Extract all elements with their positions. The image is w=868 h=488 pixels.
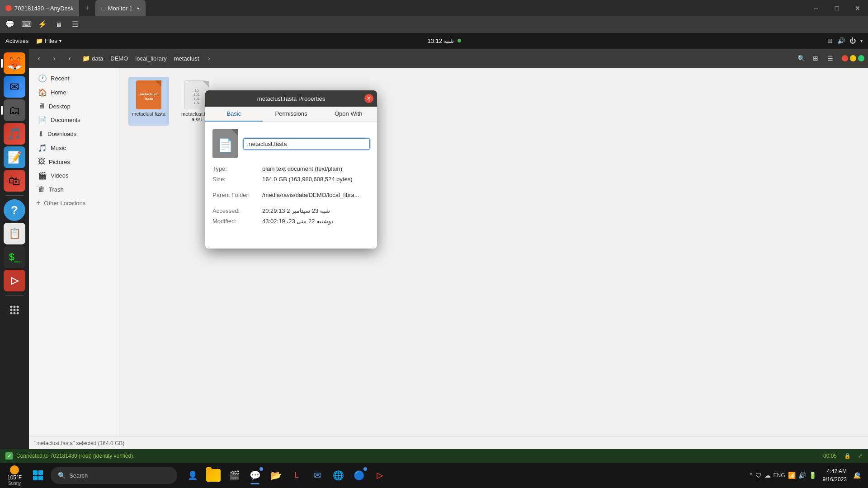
- sidebar-item-pictures[interactable]: 🖼 Pictures: [31, 155, 117, 169]
- fm-header-actions: 🔍 ⊞ ☰: [795, 52, 864, 65]
- sidebar-item-recent[interactable]: 🕐 Recent: [31, 71, 117, 85]
- file-item-fasta[interactable]: metaclust.fasta metaclust.fasta: [128, 77, 169, 126]
- antivirus-icon[interactable]: 🛡: [755, 472, 762, 479]
- dock-icon-music[interactable]: 🎵: [4, 123, 25, 145]
- music-sidebar-icon: 🎵: [38, 144, 47, 152]
- filename-input[interactable]: [243, 138, 370, 150]
- pictures-icon: 🖼: [38, 158, 45, 166]
- props-tab-basic[interactable]: Basic: [205, 107, 263, 122]
- maximize-button[interactable]: □: [826, 0, 847, 16]
- props-file-header: 📄: [212, 129, 370, 158]
- sidebar-item-music[interactable]: 🎵 Music: [31, 141, 117, 155]
- gnome-panel-right: ⊞ 🔊 ⏻ ▾: [827, 37, 863, 44]
- menu-icon[interactable]: ☰: [69, 18, 81, 31]
- lightning-icon[interactable]: ⚡: [36, 18, 49, 31]
- dock-icon-files[interactable]: 🗂: [4, 99, 25, 121]
- sound-indicator-icon[interactable]: 🔊: [837, 37, 845, 44]
- view-options-button[interactable]: ⊞: [809, 52, 822, 65]
- taskbar-listary-button[interactable]: L: [287, 465, 307, 485]
- taskbar-chrome-button[interactable]: 🔵: [349, 465, 369, 485]
- sidebar-item-desktop[interactable]: 🖥 Desktop: [31, 99, 117, 113]
- system-clock[interactable]: 4:42 AM 9/16/2023: [819, 467, 850, 483]
- taskbar-files-button[interactable]: 📂: [266, 465, 286, 485]
- notifications-icon[interactable]: 🔔: [853, 472, 861, 479]
- lang-label[interactable]: ENG: [774, 472, 785, 479]
- dock-icon-anydesk[interactable]: ▷: [4, 270, 25, 291]
- chat-icon[interactable]: 💬: [4, 18, 16, 31]
- add-tab-button[interactable]: +: [81, 2, 94, 14]
- system-menu-chevron[interactable]: ▾: [860, 38, 863, 43]
- dock-icon-writer[interactable]: 📝: [4, 146, 25, 168]
- start-button[interactable]: [27, 465, 49, 486]
- taskbar-search[interactable]: 🔍 Search: [51, 467, 177, 484]
- list-view-button[interactable]: ☰: [824, 52, 836, 65]
- gnome-clock[interactable]: شبه 13:12: [428, 38, 454, 44]
- taskbar-user-icon[interactable]: 👤: [183, 465, 203, 485]
- props-tab-permissions[interactable]: Permissions: [263, 107, 320, 122]
- close-button[interactable]: ✕: [847, 0, 868, 16]
- nav-back-button[interactable]: ‹: [33, 52, 45, 65]
- teams-notification-dot: [259, 467, 263, 471]
- type-value: plain text document (text/plain): [262, 165, 370, 172]
- fm-close-button[interactable]: [842, 55, 848, 61]
- chrome-icon: 🔵: [354, 470, 365, 481]
- sidebar-item-documents[interactable]: 📄 Documents: [31, 113, 117, 127]
- breadcrumb-data[interactable]: 📁 data: [79, 53, 107, 64]
- breadcrumb-demo[interactable]: DEMO: [107, 53, 132, 64]
- taskbar-mail-button[interactable]: ✉: [307, 465, 327, 485]
- breadcrumb-more-button[interactable]: ›: [203, 52, 215, 65]
- taskbar-edge-button[interactable]: 🌐: [328, 465, 348, 485]
- power-indicator-icon[interactable]: ⏻: [849, 37, 856, 44]
- dock-icon-help[interactable]: ?: [4, 199, 25, 221]
- cloud-icon[interactable]: ☁: [764, 472, 771, 479]
- parent-value: /media/ravis/data/DEMO/local_libra...: [262, 192, 370, 198]
- remote-desktop-area: Activities 📁 Files ▾ شبه 13:12 ⊞ 🔊 ⏻ ▾: [0, 33, 868, 449]
- search-button[interactable]: 🔍: [795, 52, 807, 65]
- keyboard-icon[interactable]: ⌨: [20, 18, 33, 31]
- activities-button[interactable]: Activities: [5, 38, 28, 44]
- connection-status-icon: ✓: [5, 452, 13, 460]
- systray-icons: ^ 🛡 ☁ ENG 📶 🔊 🔋: [750, 472, 816, 479]
- taskbar-media-button[interactable]: 🎬: [224, 465, 244, 485]
- check-icon: ✓: [7, 453, 11, 459]
- sound-icon[interactable]: 🔊: [798, 472, 806, 479]
- battery-icon[interactable]: 🔋: [809, 472, 816, 479]
- props-close-button[interactable]: ✕: [364, 94, 373, 103]
- taskbar-anydesk-button[interactable]: ▷: [370, 465, 390, 485]
- dock-icon-appstore[interactable]: 🛍: [4, 170, 25, 192]
- nav-up-button[interactable]: ‹: [63, 52, 76, 65]
- dock-icon-firefox[interactable]: 🦊: [4, 52, 25, 74]
- dock-icon-mail[interactable]: ✉: [4, 76, 25, 98]
- fm-minimize-button[interactable]: [850, 55, 856, 61]
- monitor-tab[interactable]: □ Monitor 1 ▾: [95, 0, 146, 16]
- systray-chevron[interactable]: ^: [750, 472, 753, 479]
- wifi-icon[interactable]: 📶: [788, 472, 796, 479]
- weather-widget[interactable]: 105°F Sunny: [4, 465, 25, 486]
- svg-rect-11: [33, 476, 38, 480]
- edge-icon: 🌐: [333, 470, 344, 481]
- taskbar-teams-button[interactable]: 💬: [245, 465, 265, 485]
- anydesk-main-tab[interactable]: 702181430 – AnyDesk: [0, 0, 79, 16]
- files-menu[interactable]: 📁 Files ▾: [36, 38, 61, 44]
- breadcrumb-metaclust[interactable]: metaclust: [170, 53, 203, 64]
- dock-icon-text-editor[interactable]: 📋: [4, 223, 25, 244]
- dock-icon-terminal[interactable]: $_: [4, 246, 25, 268]
- sidebar-label-music: Music: [51, 145, 66, 151]
- sidebar-item-other-locations[interactable]: + Other Locations: [29, 196, 119, 210]
- network-indicator-icon[interactable]: ⊞: [827, 37, 833, 44]
- fm-maximize-button[interactable]: [858, 55, 864, 61]
- anydesk-toolbar: 💬 ⌨ ⚡ 🖥 ☰: [0, 16, 868, 33]
- props-tab-open-with[interactable]: Open With: [320, 107, 377, 122]
- sidebar-item-home[interactable]: 🏠 Home: [31, 85, 117, 99]
- monitor-view-icon[interactable]: 🖥: [52, 18, 65, 31]
- fm-content: metaclust.fasta metaclust.fasta 10 101: [119, 68, 868, 436]
- sidebar-item-videos[interactable]: 🎬 Videos: [31, 169, 117, 183]
- breadcrumb-local-library[interactable]: local_library: [132, 53, 170, 64]
- taskbar-explorer-button[interactable]: [203, 465, 223, 485]
- sidebar-item-downloads[interactable]: ⬇ Downloads: [31, 127, 117, 141]
- minimize-button[interactable]: –: [806, 0, 826, 16]
- notification-badge: [856, 473, 860, 476]
- show-applications-button[interactable]: [4, 299, 25, 321]
- nav-forward-button[interactable]: ›: [48, 52, 61, 65]
- sidebar-item-trash[interactable]: 🗑 Trash: [31, 183, 117, 196]
